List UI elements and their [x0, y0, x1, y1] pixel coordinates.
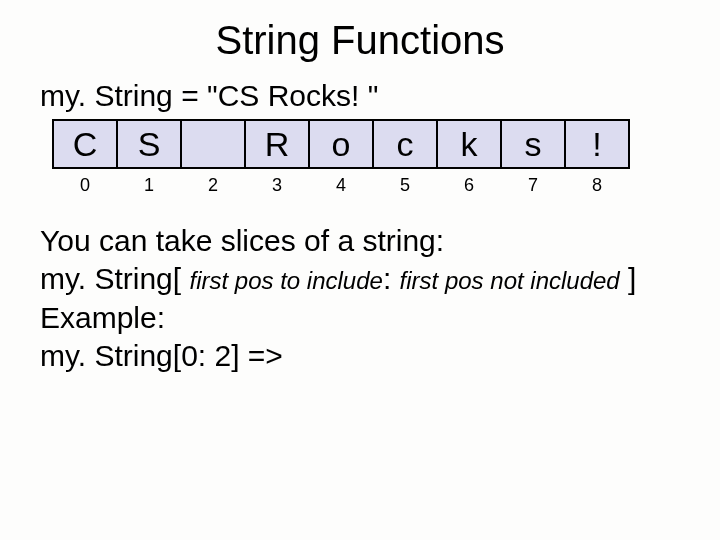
- body-line-3: Example:: [40, 299, 720, 337]
- cell: !: [564, 119, 630, 169]
- body-text: You can take slices of a string: my. Str…: [40, 222, 720, 376]
- cell: C: [52, 119, 118, 169]
- cell: o: [308, 119, 374, 169]
- line2-suffix: ]: [620, 262, 637, 295]
- index-label: 0: [52, 175, 118, 196]
- index-label: 8: [564, 175, 630, 196]
- body-line-1: You can take slices of a string:: [40, 222, 720, 260]
- index-label: 5: [372, 175, 438, 196]
- indices-row: 0 1 2 3 4 5 6 7 8: [52, 175, 720, 196]
- body-line-2: my. String[ first pos to include: first …: [40, 260, 720, 298]
- line2-italic-2: first pos not included: [400, 267, 620, 294]
- line2-prefix: my. String[: [40, 262, 189, 295]
- index-label: 4: [308, 175, 374, 196]
- index-label: 2: [180, 175, 246, 196]
- slide: String Functions my. String = "CS Rocks!…: [0, 0, 720, 540]
- cells-row: C S R o c k s !: [52, 119, 720, 169]
- assignment-line: my. String = "CS Rocks! ": [40, 79, 720, 113]
- index-label: 7: [500, 175, 566, 196]
- index-label: 6: [436, 175, 502, 196]
- cell: S: [116, 119, 182, 169]
- cell: c: [372, 119, 438, 169]
- body-line-4: my. String[0: 2] =>: [40, 337, 720, 375]
- cell: R: [244, 119, 310, 169]
- line2-italic-1: first pos to include: [189, 267, 382, 294]
- page-title: String Functions: [0, 0, 720, 73]
- cell: k: [436, 119, 502, 169]
- string-cells: C S R o c k s ! 0 1 2 3 4 5 6 7 8: [52, 119, 720, 196]
- line2-mid: :: [383, 262, 400, 295]
- cell: [180, 119, 246, 169]
- cell: s: [500, 119, 566, 169]
- index-label: 1: [116, 175, 182, 196]
- index-label: 3: [244, 175, 310, 196]
